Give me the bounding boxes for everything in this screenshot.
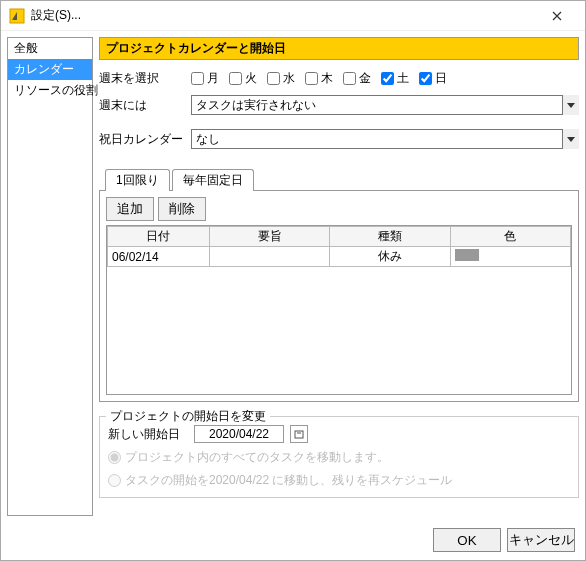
cancel-button[interactable]: キャンセル bbox=[507, 528, 575, 552]
reschedule-option: タスクの開始を2020/04/22 に移動し、残りを再スケジュール bbox=[108, 472, 570, 489]
holiday-calendar-select[interactable]: なし bbox=[191, 129, 579, 149]
color-swatch bbox=[455, 249, 479, 261]
start-date-group-title: プロジェクトの開始日を変更 bbox=[106, 408, 270, 425]
section-title: プロジェクトカレンダーと開始日 bbox=[99, 37, 579, 60]
calendar-icon bbox=[294, 429, 304, 439]
sidebar-item-resource-roles[interactable]: リソースの役割 bbox=[8, 80, 92, 101]
window-title: 設定(S)... bbox=[31, 7, 537, 24]
holiday-calendar-label: 祝日カレンダー bbox=[99, 131, 185, 148]
col-color: 色 bbox=[450, 227, 570, 247]
check-sun[interactable]: 日 bbox=[419, 70, 447, 87]
col-date: 日付 bbox=[108, 227, 210, 247]
sidebar-item-calendar[interactable]: カレンダー bbox=[8, 59, 92, 80]
tab-onetime[interactable]: 1回限り bbox=[105, 169, 170, 191]
check-sat[interactable]: 土 bbox=[381, 70, 409, 87]
close-button[interactable] bbox=[537, 2, 577, 30]
start-date-input[interactable]: 2020/04/22 bbox=[194, 425, 284, 443]
add-button[interactable]: 追加 bbox=[106, 197, 154, 221]
chevron-down-icon bbox=[562, 95, 579, 115]
chevron-down-icon bbox=[562, 129, 579, 149]
weekend-action-label: 週末には bbox=[99, 97, 185, 114]
check-thu[interactable]: 木 bbox=[305, 70, 333, 87]
new-start-date-label: 新しい開始日 bbox=[108, 426, 188, 443]
titlebar: 設定(S)... bbox=[1, 1, 585, 31]
tab-annual[interactable]: 毎年固定日 bbox=[172, 169, 254, 191]
weekend-action-select[interactable]: タスクは実行されない bbox=[191, 95, 579, 115]
app-icon bbox=[9, 8, 25, 24]
date-picker-button[interactable] bbox=[290, 425, 308, 443]
sidebar: 全般 カレンダー リソースの役割 bbox=[7, 37, 93, 516]
delete-button[interactable]: 削除 bbox=[158, 197, 206, 221]
svg-rect-1 bbox=[295, 431, 303, 438]
ok-button[interactable]: OK bbox=[433, 528, 501, 552]
weekend-select-label: 週末を選択 bbox=[99, 70, 185, 87]
weekday-checkboxes: 月 火 水 木 金 土 日 bbox=[191, 70, 447, 87]
check-wed[interactable]: 水 bbox=[267, 70, 295, 87]
col-summary: 要旨 bbox=[209, 227, 329, 247]
sidebar-item-general[interactable]: 全般 bbox=[8, 38, 92, 59]
table-row[interactable]: 06/02/14 休み bbox=[108, 247, 571, 267]
check-mon[interactable]: 月 bbox=[191, 70, 219, 87]
check-fri[interactable]: 金 bbox=[343, 70, 371, 87]
holiday-table: 日付 要旨 種類 色 06/02/14 休み bbox=[106, 225, 572, 395]
col-type: 種類 bbox=[330, 227, 450, 247]
check-tue[interactable]: 火 bbox=[229, 70, 257, 87]
move-all-option: プロジェクト内のすべてのタスクを移動します。 bbox=[108, 449, 570, 466]
